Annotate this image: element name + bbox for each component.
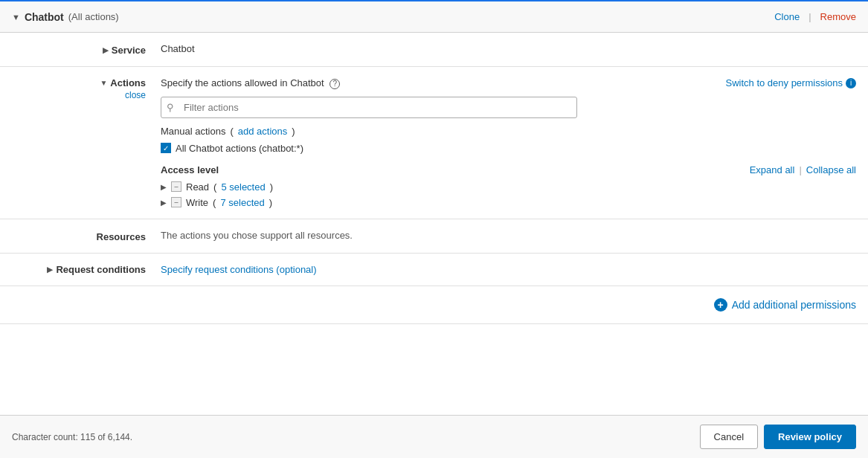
write-access-item: ▶ – Write ( 7 selected )	[161, 197, 856, 208]
add-actions-link[interactable]: add actions	[238, 126, 288, 137]
add-permissions-button[interactable]: + Add additional permissions	[714, 298, 856, 312]
read-label: Read	[186, 181, 209, 193]
read-access-item: ▶ – Read ( 5 selected )	[161, 181, 856, 193]
access-level-items: ▶ – Read ( 5 selected ) ▶ – Write ( 7 se…	[161, 181, 856, 208]
help-icon[interactable]: ?	[329, 79, 340, 89]
top-bar-actions: Clone | Remove	[774, 11, 856, 22]
resources-section: Resources The actions you chose support …	[0, 219, 868, 254]
add-permissions-row: + Add additional permissions	[0, 286, 868, 324]
resources-content: The actions you chose support all resour…	[161, 230, 856, 241]
expand-collapse-row: Expand all | Collapse all	[750, 164, 856, 175]
review-policy-button[interactable]: Review policy	[764, 425, 856, 449]
actions-content: Specify the actions allowed in Chatbot ?…	[161, 77, 856, 208]
chevron-down-icon[interactable]: ▼	[12, 13, 20, 22]
actions-title: Specify the actions allowed in Chatbot	[161, 77, 324, 88]
separator: |	[799, 164, 801, 175]
access-level-header: Access level Expand all | Collapse all	[161, 164, 856, 175]
read-checkbox[interactable]: –	[171, 181, 181, 192]
actions-title-group: Specify the actions allowed in Chatbot ?	[161, 77, 340, 89]
actions-close-button[interactable]: close	[125, 90, 146, 100]
actions-label-col: ▼ Actions close	[12, 77, 161, 100]
write-expand-icon[interactable]: ▶	[161, 199, 167, 207]
read-close-paren: )	[270, 181, 273, 193]
all-chatbot-row: ✓ All Chatbot actions (chatbot:*)	[161, 143, 856, 154]
resources-label: Resources	[12, 230, 161, 242]
cancel-button[interactable]: Cancel	[700, 425, 758, 449]
expand-all-button[interactable]: Expand all	[750, 164, 795, 175]
char-count: Character count: 115 of 6,144.	[12, 432, 132, 442]
actions-label-text: Actions	[110, 77, 146, 88]
request-conditions-label-text: Request conditions	[56, 264, 146, 275]
switch-deny-label: Switch to deny permissions	[725, 77, 843, 88]
read-open-paren: (	[213, 181, 216, 193]
collapse-all-button[interactable]: Collapse all	[806, 164, 856, 175]
filter-input-wrapper: ⚲	[161, 97, 856, 118]
write-open-paren: (	[213, 197, 216, 208]
manual-actions-label: Manual actions	[161, 126, 225, 137]
read-expand-icon[interactable]: ▶	[161, 183, 167, 191]
top-bar: ▼ Chatbot (All actions) Clone | Remove	[0, 0, 868, 33]
search-icon: ⚲	[167, 102, 174, 113]
actions-label: ▼ Actions	[100, 77, 146, 88]
service-label-col: ▶ Service	[12, 43, 161, 56]
read-selected-link[interactable]: 5 selected	[221, 181, 265, 193]
top-bar-subtitle: (All actions)	[68, 11, 119, 22]
manual-actions-row: Manual actions ( add actions )	[161, 126, 856, 137]
write-label: Write	[186, 197, 208, 208]
write-selected-link[interactable]: 7 selected	[220, 197, 264, 208]
divider: |	[808, 11, 811, 22]
filter-actions-input[interactable]	[161, 97, 577, 118]
service-section: ▶ Service Chatbot	[0, 33, 868, 67]
actions-collapse-icon[interactable]: ▼	[100, 79, 107, 87]
actions-title-row: Specify the actions allowed in Chatbot ?…	[161, 77, 856, 89]
request-conditions-section: ▶ Request conditions Specify request con…	[0, 254, 868, 286]
info-icon: i	[846, 78, 856, 88]
access-level-title: Access level	[161, 164, 219, 175]
remove-button[interactable]: Remove	[820, 11, 856, 22]
service-value: Chatbot	[161, 42, 195, 54]
clone-button[interactable]: Clone	[774, 11, 800, 22]
footer-buttons: Cancel Review policy	[700, 425, 856, 449]
actions-header: ▼ Actions close Specify the actions allo…	[0, 67, 868, 219]
open-paren: (	[230, 126, 233, 137]
write-checkbox[interactable]: –	[171, 197, 181, 207]
service-expand-icon[interactable]: ▶	[103, 46, 109, 54]
close-paren: )	[292, 126, 295, 137]
service-row: ▶ Service Chatbot	[0, 33, 868, 66]
page: ▼ Chatbot (All actions) Clone | Remove ▶…	[0, 0, 868, 458]
plus-circle-icon: +	[714, 298, 727, 312]
service-label: Service	[112, 45, 146, 56]
write-close-paren: )	[269, 197, 272, 208]
service-content: Chatbot	[161, 43, 856, 54]
top-bar-title: Chatbot	[25, 11, 64, 23]
request-conditions-expand-icon[interactable]: ▶	[47, 265, 53, 274]
all-chatbot-label: All Chatbot actions (chatbot:*)	[176, 143, 303, 154]
switch-deny-button[interactable]: Switch to deny permissions i	[725, 77, 856, 88]
request-conditions-content: Specify request conditions (optional)	[161, 264, 856, 275]
footer: Character count: 115 of 6,144. Cancel Re…	[0, 415, 868, 458]
add-permissions-label: Add additional permissions	[732, 299, 856, 311]
specify-conditions-link[interactable]: Specify request conditions (optional)	[161, 264, 317, 275]
top-bar-left: ▼ Chatbot (All actions)	[12, 11, 119, 23]
actions-section: ▼ Actions close Specify the actions allo…	[0, 67, 868, 219]
request-conditions-label: ▶ Request conditions	[12, 264, 161, 275]
all-chatbot-checkbox[interactable]: ✓	[161, 143, 171, 153]
